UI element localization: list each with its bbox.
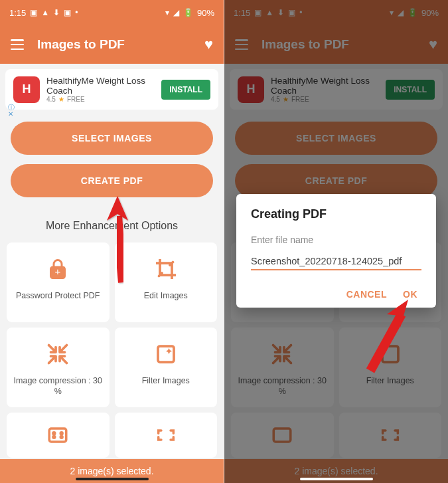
tile-partial-2[interactable] — [115, 413, 218, 458]
tile-label: Image compression : 30 % — [12, 375, 104, 397]
ad-title: HealthifyMe Weight Loss Coach — [46, 76, 155, 96]
tile-label: Password Protect PDF — [16, 290, 100, 301]
section-title: More Enhancement Options — [5, 220, 218, 232]
status-icon: • — [75, 8, 78, 17]
tile-partial-1[interactable] — [7, 413, 110, 458]
svg-point-5 — [61, 433, 63, 435]
nav-handle[interactable] — [300, 478, 373, 480]
ad-app-icon: H — [13, 76, 40, 103]
battery-percent: 90% — [197, 8, 214, 18]
filter-icon — [153, 341, 179, 367]
tile-edit-images[interactable]: Edit Images — [115, 242, 218, 322]
frame-icon — [153, 422, 179, 448]
svg-rect-2 — [158, 346, 174, 362]
tile-label: Edit Images — [144, 290, 188, 301]
select-images-button[interactable]: SELECT IMAGES — [11, 122, 213, 155]
create-pdf-button[interactable]: CREATE PDF — [11, 164, 213, 197]
cancel-button[interactable]: CANCEL — [346, 289, 387, 300]
battery-icon: 🔋 — [183, 8, 193, 17]
install-button[interactable]: INSTALL — [161, 80, 210, 100]
svg-text:+: + — [55, 266, 61, 277]
phone-right: 1:15 ▣ ▲ ⬇ ▣ • ▾ ◢ 🔋 90% Images to PDF ♥… — [224, 0, 448, 483]
favorite-icon[interactable]: ♥ — [204, 36, 213, 53]
ad-marker[interactable]: ⓘ✕ — [8, 104, 15, 118]
svg-point-6 — [53, 436, 55, 438]
dialog-label: Enter file name — [251, 235, 421, 245]
phone-left: 1:15 ▣ ▲ ⬇ ▣ • ▾ ◢ 🔋 90% Images to PDF ♥… — [0, 0, 224, 483]
signal-icon: ◢ — [173, 8, 179, 17]
status-icon: ▲ — [41, 8, 49, 17]
app-title: Images to PDF — [37, 37, 204, 52]
menu-icon[interactable] — [11, 39, 24, 50]
dialog-title: Creating PDF — [251, 207, 421, 221]
status-bar: 1:15 ▣ ▲ ⬇ ▣ • ▾ ◢ 🔋 90% — [0, 0, 224, 25]
nav-handle[interactable] — [76, 478, 149, 480]
tile-label: Filter Images — [142, 375, 190, 386]
status-icon: ⬇ — [53, 8, 60, 17]
status-icon: ▣ — [64, 8, 71, 17]
svg-point-4 — [53, 433, 55, 435]
create-pdf-dialog: Creating PDF Enter file name CANCEL OK — [236, 194, 436, 308]
tile-compression[interactable]: Image compression : 30 % — [7, 328, 110, 407]
content: H HealthifyMe Weight Loss Coach 4.5 ★ FR… — [0, 64, 224, 463]
app-bar: Images to PDF ♥ — [0, 25, 224, 64]
ok-button[interactable]: OK — [403, 289, 417, 300]
tile-password-protect[interactable]: + Password Protect PDF — [7, 242, 110, 322]
svg-point-7 — [61, 436, 63, 438]
star-icon: ★ — [58, 96, 64, 103]
enhancement-grid: + Password Protect PDF Edit Images Image… — [5, 242, 218, 458]
resize-icon — [44, 422, 71, 448]
lock-icon: + — [44, 256, 71, 282]
svg-rect-3 — [50, 429, 67, 442]
crop-icon — [153, 256, 179, 282]
ad-free: FREE — [67, 96, 85, 103]
filename-input[interactable] — [251, 254, 421, 270]
ad-rating: 4.5 — [46, 96, 56, 103]
wifi-icon: ▾ — [165, 8, 169, 17]
tile-filter-images[interactable]: Filter Images — [115, 328, 218, 407]
status-time: 1:15 — [9, 8, 26, 18]
status-icon: ▣ — [30, 8, 37, 17]
ad-card[interactable]: H HealthifyMe Weight Loss Coach 4.5 ★ FR… — [5, 69, 218, 110]
compress-icon — [44, 341, 71, 367]
